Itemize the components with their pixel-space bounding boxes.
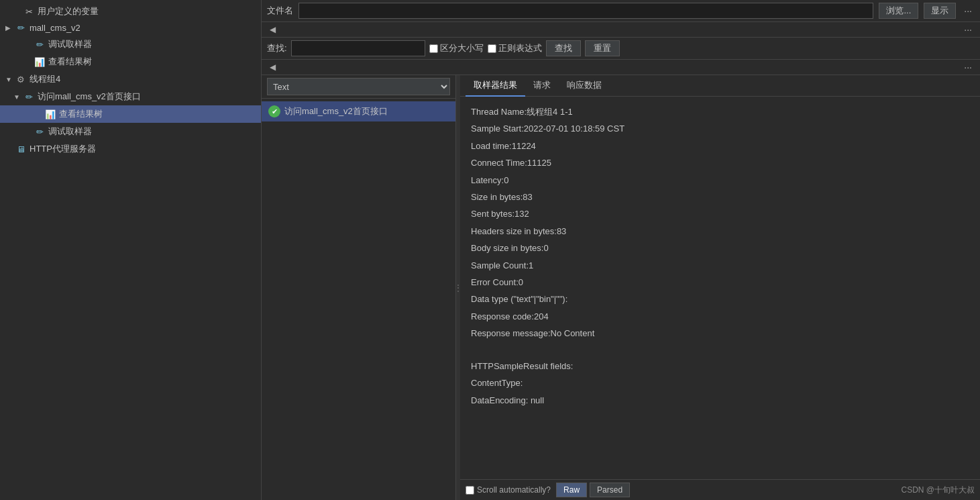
regex-checkbox-label[interactable]: 正则表达式: [488, 42, 542, 54]
field-headers-size: Headers size in bytes:83: [471, 223, 969, 240]
field-content-type: ContentType:: [471, 374, 969, 391]
field-data-type: Data type ("text"|"bin"|""):: [471, 291, 969, 307]
tab-parsed[interactable]: Parsed: [590, 483, 630, 497]
sidebar-item-mall-cms-v2[interactable]: ▶ ✏ mall_cms_v2: [0, 20, 261, 36]
toolbar-row-2: ◀ ···: [262, 60, 980, 75]
format-bar: Text XML HTML JSON CSS: [262, 75, 455, 99]
scroll-auto-label[interactable]: Scroll automatically?: [466, 485, 551, 495]
tab-raw-label: Raw: [563, 485, 580, 495]
watermark: CSDN @十旬叶大叔: [901, 485, 975, 496]
sidebar-item-label: 查看结果树: [59, 108, 103, 120]
pen-icon: ✏: [34, 40, 46, 50]
more-options-button[interactable]: ···: [961, 5, 975, 17]
detail-panel: 取样器结果 请求 响应数据 Thread Name:线程组4 1-1 Sampl…: [460, 75, 980, 500]
sidebar-item-debug-sampler-1[interactable]: ✏ 调试取样器: [0, 36, 261, 53]
case-sensitive-checkbox-label[interactable]: 区分大小写: [429, 42, 484, 54]
sample-status-icon: ✔: [268, 105, 280, 117]
chart-icon: 📊: [34, 57, 46, 67]
regex-label: 正则表达式: [498, 42, 542, 54]
list-panel: Text XML HTML JSON CSS ✔ 访问mall_cms_v2首页…: [262, 75, 456, 500]
tab-parsed-label: Parsed: [597, 485, 622, 495]
field-size-bytes: Size in bytes:83: [471, 189, 969, 205]
filename-bar: 文件名 浏览... 显示 ···: [262, 0, 980, 22]
field-latency: Latency:0: [471, 172, 969, 189]
field-connect-time: Connect Time:11125: [471, 154, 969, 171]
pen-icon: ✏: [34, 127, 46, 137]
sidebar-item-label: 用户定义的变量: [38, 5, 99, 17]
field-sample-start: Sample Start:2022-07-01 10:18:59 CST: [471, 120, 969, 137]
sidebar-item-user-variables[interactable]: ✂ 用户定义的变量: [0, 3, 261, 20]
arrow-icon: ▶: [5, 24, 15, 32]
tab-bar: 取样器结果 请求 响应数据: [460, 75, 980, 97]
tab-label: 请求: [533, 80, 551, 90]
bottom-bar: Scroll automatically? Raw Parsed CSDN @十…: [460, 479, 980, 500]
collapse-button-2[interactable]: ◀: [267, 62, 278, 72]
tab-label: 响应数据: [567, 80, 602, 90]
sample-item[interactable]: ✔ 访问mall_cms_v2首页接口: [262, 101, 455, 121]
pen-icon: ✏: [15, 23, 27, 33]
scissors-icon: ✂: [23, 7, 35, 17]
bottom-tabs: Raw Parsed: [556, 483, 630, 497]
sidebar-item-view-results-1[interactable]: 📊 查看结果树: [0, 53, 261, 70]
search-bar: 查找: 区分大小写 正则表达式 查找 重置: [262, 38, 980, 60]
detail-content: Thread Name:线程组4 1-1 Sample Start:2022-0…: [460, 97, 980, 479]
browse-button[interactable]: 浏览...: [879, 3, 918, 19]
search-label: 查找:: [267, 42, 287, 54]
sidebar-item-debug-sampler-2[interactable]: ✏ 调试取样器: [0, 123, 261, 140]
sidebar: ✂ 用户定义的变量 ▶ ✏ mall_cms_v2 ✏ 调试取样器 📊 查看结果…: [0, 0, 262, 500]
collapse-button[interactable]: ◀: [267, 24, 278, 35]
format-select[interactable]: Text XML HTML JSON CSS: [267, 78, 450, 95]
sidebar-item-visit-mall-cms[interactable]: ▼ ✏ 访问mall_cms_v2首页接口: [0, 88, 261, 105]
field-body-size: Body size in bytes:0: [471, 240, 969, 256]
field-load-time: Load time:11224: [471, 138, 969, 154]
display-button[interactable]: 显示: [924, 3, 956, 19]
sidebar-item-label: 线程组4: [30, 73, 60, 85]
scroll-auto-text: Scroll automatically?: [477, 485, 551, 495]
sidebar-item-http-proxy[interactable]: 🖥 HTTP代理服务器: [0, 140, 261, 158]
toolbar-row-top: ◀ ···: [262, 22, 980, 38]
field-sent-bytes: Sent bytes:132: [471, 205, 969, 222]
case-sensitive-checkbox[interactable]: [429, 44, 438, 53]
sample-list: ✔ 访问mall_cms_v2首页接口: [262, 99, 455, 500]
content-area: Text XML HTML JSON CSS ✔ 访问mall_cms_v2首页…: [262, 75, 980, 500]
sidebar-item-label: HTTP代理服务器: [30, 143, 96, 155]
field-data-encoding: DataEncoding: null: [471, 392, 969, 409]
search-input[interactable]: [291, 40, 425, 56]
ellipsis-button[interactable]: ···: [961, 23, 975, 36]
regex-checkbox[interactable]: [488, 44, 496, 53]
pen-icon: ✏: [23, 92, 35, 102]
tab-sampler-result[interactable]: 取样器结果: [466, 75, 525, 97]
main-panel: 文件名 浏览... 显示 ··· ◀ ··· 查找: 区分大小写 正则表达式 查…: [262, 0, 980, 500]
sidebar-item-label: mall_cms_v2: [30, 23, 80, 33]
tab-label: 取样器结果: [474, 80, 517, 90]
server-icon: 🖥: [15, 144, 27, 154]
sidebar-item-thread-group-4[interactable]: ▼ ⚙ 线程组4: [0, 70, 261, 88]
gear-icon: ⚙: [15, 74, 27, 85]
field-thread-name: Thread Name:线程组4 1-1: [471, 103, 969, 120]
find-button[interactable]: 查找: [546, 40, 581, 56]
filename-label: 文件名: [267, 5, 293, 17]
field-sample-count: Sample Count:1: [471, 257, 969, 274]
arrow-icon: ▼: [5, 76, 15, 83]
reset-button[interactable]: 重置: [585, 40, 620, 56]
sidebar-item-label: 调试取样器: [48, 126, 92, 138]
field-error-count: Error Count:0: [471, 274, 969, 291]
tab-request[interactable]: 请求: [525, 75, 559, 97]
chart-icon: 📊: [44, 109, 56, 119]
tab-raw[interactable]: Raw: [556, 483, 587, 497]
sidebar-item-view-results-main[interactable]: 📊 查看结果树: [0, 105, 261, 123]
scroll-auto-checkbox[interactable]: [466, 486, 474, 495]
filename-input[interactable]: [298, 3, 873, 19]
ellipsis-button-2[interactable]: ···: [961, 61, 975, 73]
arrow-icon: ▼: [13, 93, 23, 101]
tab-response-data[interactable]: 响应数据: [559, 75, 610, 97]
sidebar-item-label: 查看结果树: [48, 56, 92, 68]
field-response-code: Response code:204: [471, 308, 969, 325]
sample-item-label: 访问mall_cms_v2首页接口: [284, 105, 388, 117]
field-response-message: Response message:No Content: [471, 325, 969, 342]
case-sensitive-label: 区分大小写: [440, 42, 484, 54]
field-http-sample-result: HTTPSampleResult fields:: [471, 358, 969, 374]
sidebar-item-label: 访问mall_cms_v2首页接口: [38, 91, 141, 103]
sidebar-item-label: 调试取样器: [48, 38, 92, 50]
